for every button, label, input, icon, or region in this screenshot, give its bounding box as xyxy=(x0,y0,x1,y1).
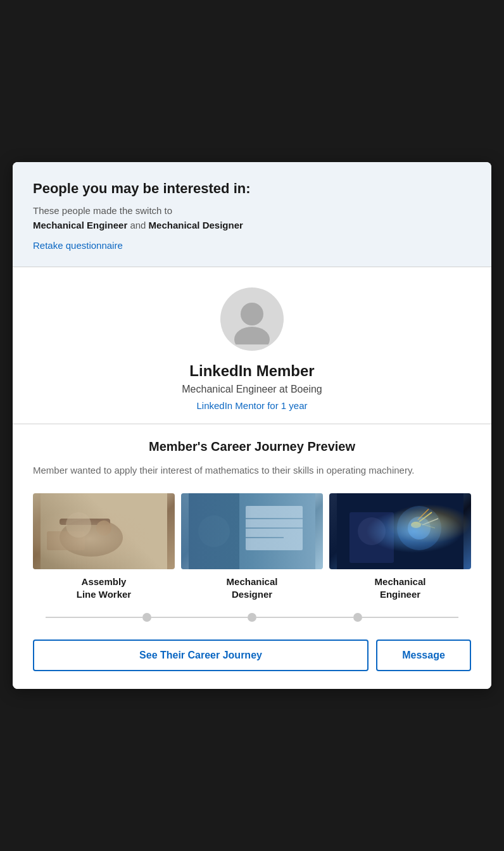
svg-rect-9 xyxy=(189,493,239,569)
main-card: People you may be interested in: These p… xyxy=(13,162,491,690)
assembly-img-svg xyxy=(33,493,175,569)
progress-track xyxy=(33,613,471,622)
progress-dot-3 xyxy=(353,613,362,622)
career-section-title: Member's Career Journey Preview xyxy=(33,439,471,454)
journey-card-designer: MechanicalDesigner xyxy=(181,493,323,600)
svg-rect-6 xyxy=(47,531,85,550)
member-name: LinkedIn Member xyxy=(189,362,314,380)
job2-label: Mechanical Designer xyxy=(149,220,243,230)
designer-label: MechanicalDesigner xyxy=(227,576,278,600)
see-career-journey-button[interactable]: See Their Career Journey xyxy=(33,640,369,671)
svg-point-0 xyxy=(241,303,263,325)
svg-point-3 xyxy=(60,519,123,557)
designer-img-svg xyxy=(181,493,323,569)
header-title: People you may be interested in: xyxy=(33,180,471,198)
engineer-label: MechanicalEngineer xyxy=(375,576,426,600)
svg-point-24 xyxy=(358,517,386,545)
progress-line-left xyxy=(46,617,142,618)
career-section: Member's Career Journey Preview Member w… xyxy=(13,424,491,689)
svg-line-22 xyxy=(420,524,435,528)
engineer-image xyxy=(329,493,471,569)
member-job-title: Mechanical Engineer at Boeing xyxy=(182,384,322,395)
svg-line-19 xyxy=(419,512,432,522)
engineer-img-svg xyxy=(329,493,471,569)
progress-dot-2 xyxy=(248,613,256,622)
profile-section: LinkedIn Member Mechanical Engineer at B… xyxy=(13,267,491,424)
svg-point-18 xyxy=(411,522,421,528)
avatar xyxy=(220,287,284,351)
header-subtitle: These people made the switch to Mechanic… xyxy=(33,204,471,232)
mentor-link[interactable]: LinkedIn Mentor for 1 year xyxy=(196,400,307,411)
svg-rect-2 xyxy=(41,493,167,569)
svg-rect-4 xyxy=(60,519,110,525)
journey-card-engineer: MechanicalEngineer xyxy=(329,493,471,600)
svg-line-20 xyxy=(422,519,438,525)
svg-rect-23 xyxy=(350,512,394,563)
progress-dot-1 xyxy=(142,613,151,622)
subtitle-prefix: These people made the switch to xyxy=(33,205,172,216)
svg-rect-8 xyxy=(189,493,315,569)
career-description: Member wanted to apply their interest of… xyxy=(33,463,471,478)
svg-point-1 xyxy=(234,327,270,344)
assembly-label: AssemblyLine Worker xyxy=(77,576,131,600)
assembly-image xyxy=(33,493,175,569)
journey-card-assembly: AssemblyLine Worker xyxy=(33,493,175,600)
svg-point-17 xyxy=(408,517,431,539)
svg-rect-10 xyxy=(246,506,303,550)
conjunction-label: and xyxy=(130,220,148,230)
svg-point-7 xyxy=(66,512,91,538)
svg-rect-15 xyxy=(337,493,463,569)
action-buttons: See Their Career Journey Message xyxy=(33,640,471,671)
avatar-icon xyxy=(227,294,277,344)
progress-line-mid xyxy=(151,617,248,618)
journey-cards: AssemblyLine Worker MechanicalDesigner xyxy=(33,493,471,600)
progress-line-right xyxy=(256,617,353,618)
svg-line-21 xyxy=(418,509,429,520)
designer-image xyxy=(181,493,323,569)
job1-label: Mechanical Engineer xyxy=(33,220,127,230)
header-section: People you may be interested in: These p… xyxy=(13,162,491,267)
svg-point-16 xyxy=(397,506,441,550)
svg-point-14 xyxy=(198,515,230,547)
retake-link[interactable]: Retake questionnaire xyxy=(33,240,123,251)
message-button[interactable]: Message xyxy=(376,640,471,671)
svg-point-5 xyxy=(96,520,111,536)
progress-line-end xyxy=(362,617,459,618)
